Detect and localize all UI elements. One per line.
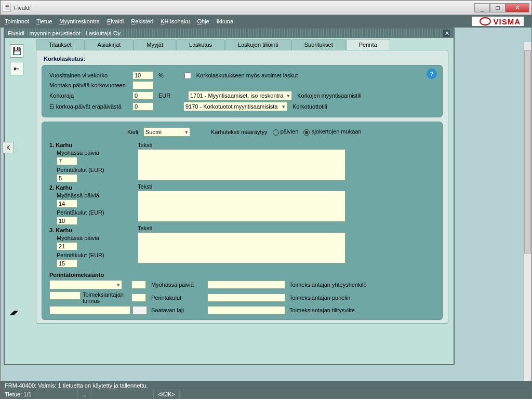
close-button[interactable]: ✕ — [506, 3, 529, 12]
radio-ajokertojen[interactable] — [303, 129, 310, 136]
karhu1-teksti[interactable] — [138, 149, 345, 180]
menu-kh-isohaku[interactable]: KH isohaku — [161, 18, 190, 24]
side-k-button[interactable]: K — [3, 142, 14, 153]
karhu1-teksti-label: Teksti — [138, 142, 435, 148]
lbl-myyntisaamistili: Korkojen myyntisaamistili — [297, 92, 361, 99]
lbl-perintakulut: Perintäkulut — [151, 295, 203, 301]
korkolaskutus-box: ? Vuosittainen viivekorko % Korkolaskutu… — [42, 65, 443, 117]
lbl-kieli: Kieli — [127, 129, 138, 135]
input-yhteyshenkilo-left[interactable] — [207, 281, 285, 289]
tab-laskutus[interactable]: Laskutus — [176, 39, 225, 50]
karhu3-teksti[interactable] — [138, 232, 345, 263]
save-icon[interactable]: 💾 — [10, 44, 23, 58]
tab-tilaukset[interactable]: Tilaukset — [36, 39, 85, 50]
karhu3-title: 3. Karhu — [49, 227, 127, 233]
lbl-eikorkoa: Ei korkoa-päivät eräpäivästä — [49, 103, 127, 110]
status-kjk: <KJK> — [154, 390, 180, 398]
vertical-scrollbar[interactable] — [523, 42, 531, 381]
lbl-tunnus: Toimeksiantajan tunnus — [83, 291, 127, 304]
section-heading: Korkolaskutus: — [44, 56, 443, 62]
status-message: FRM-40400: Valmis: 1 tietuetta on käytet… — [1, 381, 531, 390]
karhu2-myo-label: Myöhässä päiviä — [57, 192, 127, 198]
lbl-tilitysviite: Toimeksiantajan tilitysviite — [289, 307, 378, 313]
window-titlebar: Fivaldi _ □ ✕ — [1, 1, 531, 15]
input-eikorkoa[interactable] — [132, 102, 153, 111]
karhu1-myo-input[interactable] — [57, 157, 77, 165]
menu-eivaldi[interactable]: Eivaldi — [107, 18, 124, 24]
input-tilitysviite-left[interactable] — [207, 306, 285, 314]
perintatoimeksianto-heading: Perintätoimeksianto — [49, 272, 435, 278]
karhu3-teksti-label: Teksti — [138, 225, 435, 231]
input-myohassa-small[interactable] — [131, 281, 146, 289]
menu-tietue[interactable]: Tietue — [36, 18, 52, 24]
karhu2-per-input[interactable] — [57, 217, 77, 225]
select-korkotuottotili[interactable]: 9170 - Korkotuotot myyntisaamisista — [183, 102, 287, 111]
tabs: Tilaukset Asiakirjat Myyjät Laskutus Las… — [36, 39, 454, 50]
eur-label: EUR — [158, 92, 170, 99]
karhu1-myo-label: Myöhässä päiviä — [57, 150, 127, 156]
tab-suoritukset[interactable]: Suoritukset — [291, 39, 346, 50]
subwindow-close[interactable]: ✕ — [443, 30, 450, 37]
menu-rekisteri[interactable]: Rekisteri — [131, 18, 153, 24]
lbl-montako: Montako päivää korkovuoteen — [49, 82, 127, 88]
lbl-karhuteksti: Karhuteksti määräytyy — [211, 129, 268, 135]
karhu3-per-label: Perintäkulut (EUR) — [57, 252, 127, 258]
help-icon[interactable]: ? — [427, 69, 437, 79]
maximize-button[interactable]: □ — [490, 3, 506, 12]
lbl-myohassa: Myöhässä päiviä — [151, 282, 203, 288]
subwindow-titlebar: Fivaldi - myynnin perustiedot - Laskutta… — [5, 29, 454, 38]
input-korkoraja[interactable] — [132, 91, 153, 100]
karhu2-per-label: Perintäkulut (EUR) — [57, 209, 127, 216]
back-icon[interactable]: ⇤ — [10, 62, 23, 75]
select-myyntisaamistili[interactable]: 1701 - Myyntisaamiset, iso reskontra — [188, 91, 292, 100]
tab-perinta[interactable]: Perintä — [346, 39, 390, 50]
lbl-saatavan: Saatavan laji — [151, 307, 203, 313]
karhu2-teksti-label: Teksti — [138, 183, 435, 190]
select-toimeksianto[interactable] — [49, 280, 122, 289]
input-puhelin-left[interactable] — [207, 294, 285, 302]
menu-ikkuna[interactable]: Ikkuna — [217, 18, 233, 24]
status-dots: ... — [78, 390, 91, 398]
menu-bar: Toiminnot Tietue Myyntireskontra Eivaldi… — [1, 15, 531, 28]
karhu-box: Kieli Suomi Karhuteksti määräytyy päivie… — [42, 122, 443, 320]
karhu1-per-input[interactable] — [57, 174, 77, 182]
minimize-button[interactable]: _ — [474, 3, 490, 12]
input-vuosikorko[interactable] — [132, 71, 153, 79]
percent-sign: % — [158, 72, 164, 78]
menu-ohje[interactable]: Ohje — [197, 18, 209, 24]
status-tietue: Tietue: 1/1 — [1, 390, 36, 398]
menu-myyntireskontra[interactable]: Myyntireskontra — [59, 18, 100, 24]
input-saatavan[interactable] — [49, 306, 130, 314]
input-perintakulut-small[interactable] — [131, 294, 146, 302]
lbl-avoimet: Korkolaskutukseen myös avoimet laskut — [196, 72, 298, 78]
karhu3-per-input[interactable] — [57, 259, 77, 268]
window-title: Fivaldi — [14, 5, 31, 11]
select-kieli[interactable]: Suomi — [143, 127, 190, 137]
btn-saatavan-lov[interactable] — [132, 306, 147, 314]
radio-paivien[interactable] — [273, 129, 279, 136]
java-icon — [3, 4, 11, 12]
lbl-puhelin: Toimeksiantajan puhelin — [289, 295, 378, 301]
menu-toiminnot[interactable]: Toiminnot — [5, 18, 29, 24]
karhu1-title: 1. Karhu — [49, 142, 127, 148]
lbl-korkoraja: Korkoraja — [49, 92, 127, 99]
lbl-korkotuottotili: Korkotuottotili — [292, 103, 327, 110]
tab-asiakirjat[interactable]: Asiakirjat — [85, 39, 134, 50]
visma-logo: VISMA — [472, 17, 524, 26]
karhu3-myo-input[interactable] — [57, 242, 77, 250]
lbl-yhteyshenkilo: Toimeksiantajan yhteyshenkilö — [289, 282, 378, 288]
fivaldi-icon[interactable]: ◢◤ — [10, 309, 18, 316]
input-montako[interactable] — [132, 81, 153, 89]
karhu2-title: 2. Karhu — [49, 184, 127, 191]
karhu1-per-label: Perintäkulut (EUR) — [57, 167, 127, 173]
lbl-vuosikorko: Vuosittainen viivekorko — [49, 72, 127, 78]
subwindow-title: Fivaldi - myynnin perustiedot - Laskutta… — [8, 30, 121, 36]
input-tunnus[interactable] — [49, 291, 81, 300]
checkbox-avoimet[interactable] — [184, 72, 191, 79]
karhu2-teksti[interactable] — [138, 191, 345, 222]
tab-myyjat[interactable]: Myyjät — [134, 39, 176, 50]
karhu3-myo-label: Myöhässä päiviä — [57, 235, 127, 241]
karhu2-myo-input[interactable] — [57, 200, 77, 208]
tab-laskujen-tiliointi[interactable]: Laskujen tiliöinti — [225, 39, 291, 50]
